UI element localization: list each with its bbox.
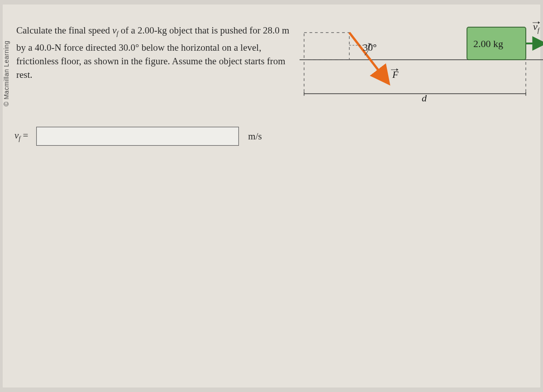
answer-var-v: v	[14, 130, 19, 141]
svg-marker-6	[538, 21, 540, 24]
question-text: Calculate the final speed vf of a 2.00-k…	[16, 24, 297, 81]
answer-input[interactable]	[36, 127, 239, 146]
answer-units: m/s	[248, 131, 262, 142]
content-panel: © Macmillan Learning Calculate the final…	[3, 5, 540, 387]
svg-line-7	[349, 33, 388, 82]
answer-label: vf =	[14, 130, 28, 143]
svg-rect-1	[304, 33, 349, 60]
distance-label: d	[422, 92, 427, 104]
angle-label: 30°	[363, 42, 377, 53]
question-seg1: Calculate the final speed	[16, 25, 112, 36]
mass-label: 2.00 kg	[473, 38, 503, 49]
force-label: F	[392, 69, 399, 80]
question-var-v: v	[112, 25, 116, 36]
copyright-text: © Macmillan Learning	[3, 40, 10, 106]
answer-row: vf = m/s	[14, 127, 262, 146]
answer-equals: =	[20, 130, 28, 141]
physics-diagram: 2.00 kg vf	[300, 19, 543, 110]
